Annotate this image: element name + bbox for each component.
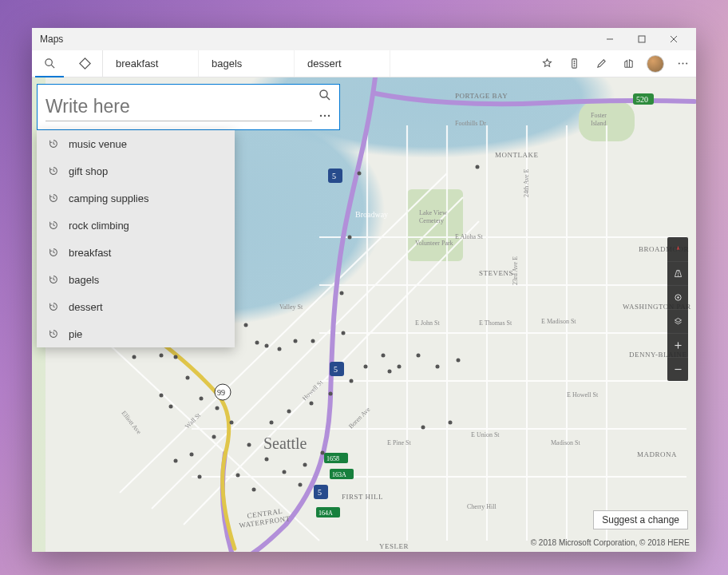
- svg-line-132: [326, 97, 330, 100]
- svg-point-134: [324, 115, 326, 117]
- tab-breakfast[interactable]: breakfast: [103, 50, 199, 77]
- search-icon: [318, 89, 331, 101]
- locate-icon: [673, 292, 683, 303]
- svg-text:E Union St: E Union St: [471, 431, 500, 438]
- minimize-button[interactable]: [594, 28, 626, 50]
- svg-point-138: [677, 296, 679, 298]
- svg-point-9: [573, 63, 575, 65]
- suggestion-label: camping supplies: [69, 192, 148, 204]
- suggest-change-button[interactable]: Suggest a change: [593, 510, 688, 529]
- svg-point-4: [45, 59, 51, 65]
- svg-point-123: [476, 165, 480, 169]
- minus-icon: [673, 364, 683, 375]
- search-suggestions: music venuegift shopcamping suppliesrock…: [37, 130, 235, 347]
- plus-icon: [673, 340, 683, 351]
- road-icon: [673, 268, 683, 279]
- zoom-in-button[interactable]: [667, 333, 688, 357]
- svg-text:23rd Ave E: 23rd Ave E: [512, 256, 519, 285]
- svg-point-117: [303, 463, 307, 467]
- svg-point-12: [682, 62, 683, 64]
- suggestion-label: music venue: [69, 138, 127, 150]
- 3d-cities-button[interactable]: [615, 50, 642, 77]
- zoom-out-button[interactable]: [667, 357, 688, 381]
- svg-text:Foster: Foster: [591, 112, 607, 119]
- account-button[interactable]: [642, 50, 669, 77]
- suggestion-item[interactable]: camping supplies: [37, 184, 235, 212]
- svg-point-101: [364, 365, 368, 369]
- suggestion-item[interactable]: pie: [37, 320, 235, 347]
- search-input[interactable]: [46, 93, 312, 121]
- svg-point-110: [342, 331, 346, 335]
- svg-point-103: [398, 365, 402, 369]
- svg-point-93: [265, 458, 269, 462]
- svg-text:Madison St: Madison St: [551, 439, 580, 446]
- directions-tool[interactable]: [67, 50, 102, 77]
- traffic-button[interactable]: [560, 50, 588, 77]
- svg-point-111: [449, 421, 453, 425]
- suggestion-label: rock climbing: [69, 220, 129, 232]
- svg-point-84: [174, 355, 178, 359]
- suggestion-item[interactable]: rock climbing: [37, 212, 235, 239]
- svg-text:YESLER: YESLER: [379, 542, 409, 550]
- close-button[interactable]: [658, 28, 690, 50]
- svg-point-121: [294, 339, 298, 343]
- search-submit-button[interactable]: [318, 89, 331, 105]
- tab-label: dessert: [307, 58, 342, 69]
- pen-icon: [595, 58, 607, 69]
- svg-point-86: [186, 376, 190, 380]
- svg-point-88: [216, 406, 220, 410]
- svg-text:5: 5: [334, 365, 338, 374]
- svg-line-5: [51, 65, 54, 68]
- svg-point-102: [382, 354, 386, 358]
- suggestion-item[interactable]: gift shop: [37, 157, 235, 184]
- more-button[interactable]: [669, 50, 696, 77]
- suggestion-item[interactable]: bagels: [37, 266, 235, 293]
- suggestion-item[interactable]: dessert: [37, 293, 235, 320]
- map-controls: [667, 237, 688, 381]
- svg-text:MONTLAKE: MONTLAKE: [495, 151, 539, 159]
- map-canvas[interactable]: 520 5 5 5 99 1658 163A 164A Seattle PORT…: [32, 77, 696, 552]
- maximize-button[interactable]: [626, 28, 658, 50]
- svg-point-114: [198, 475, 202, 479]
- svg-point-104: [417, 354, 421, 358]
- svg-point-129: [133, 355, 136, 359]
- window-title: Maps: [38, 34, 594, 45]
- tab-bagels[interactable]: bagels: [199, 50, 295, 77]
- svg-rect-1: [639, 36, 645, 42]
- svg-text:520: 520: [636, 95, 648, 104]
- suggestion-item[interactable]: breakfast: [37, 239, 235, 266]
- svg-point-98: [310, 402, 314, 406]
- history-icon: [48, 247, 59, 258]
- ink-button[interactable]: [588, 50, 615, 77]
- suggestion-item[interactable]: music venue: [37, 130, 235, 157]
- buildings-icon: [623, 58, 635, 69]
- svg-text:Howell St: Howell St: [301, 379, 325, 402]
- svg-point-11: [678, 62, 679, 64]
- tab-dessert[interactable]: dessert: [295, 50, 390, 77]
- svg-point-107: [358, 172, 362, 176]
- svg-text:Island: Island: [591, 120, 607, 127]
- favorites-button[interactable]: [533, 50, 560, 77]
- search-tool[interactable]: [32, 50, 67, 77]
- layers-icon: [673, 316, 683, 327]
- svg-point-99: [329, 392, 333, 396]
- svg-point-94: [283, 470, 287, 474]
- svg-text:Cherry Hill: Cherry Hill: [467, 503, 497, 510]
- layers-button[interactable]: [667, 309, 688, 333]
- search-more-button[interactable]: [318, 109, 331, 125]
- ellipsis-icon: [677, 58, 689, 69]
- city-label: Seattle: [263, 434, 307, 452]
- compass-button[interactable]: [667, 237, 688, 261]
- svg-text:PORTAGE BAY: PORTAGE BAY: [455, 92, 508, 100]
- svg-point-120: [265, 344, 269, 348]
- svg-point-90: [212, 435, 216, 439]
- svg-text:99: 99: [217, 388, 225, 397]
- locate-button[interactable]: [667, 285, 688, 309]
- history-icon: [48, 274, 59, 285]
- svg-text:Foothills Dr: Foothills Dr: [455, 120, 486, 127]
- road-view-button[interactable]: [667, 261, 688, 285]
- svg-text:E Aloha St: E Aloha St: [455, 233, 483, 240]
- svg-point-105: [436, 365, 440, 369]
- svg-point-85: [160, 394, 164, 398]
- svg-text:STEVENS: STEVENS: [479, 269, 513, 277]
